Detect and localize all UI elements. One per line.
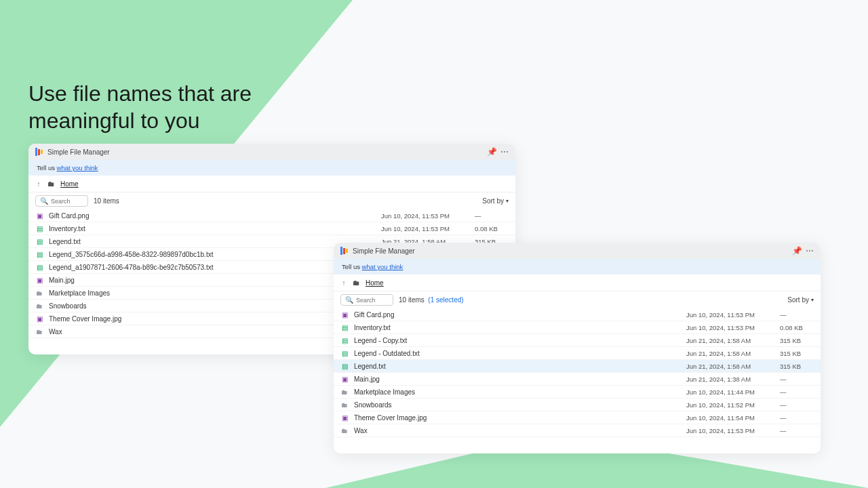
search-icon: 🔍 xyxy=(345,296,353,304)
search-icon: 🔍 xyxy=(40,197,48,205)
sort-by-button[interactable]: Sort by ▾ xyxy=(482,197,509,205)
file-name: Main.jpg xyxy=(354,375,681,383)
file-size: — xyxy=(780,375,814,383)
file-size: — xyxy=(475,212,509,220)
file-size: — xyxy=(780,414,814,422)
file-name: Legend.txt xyxy=(49,238,376,245)
text-file-icon: ▤ xyxy=(35,251,43,258)
feedback-link[interactable]: what you think xyxy=(362,263,403,270)
file-date: Jun 10, 2024, 11:53 PM xyxy=(381,225,469,232)
text-file-icon: ▤ xyxy=(340,363,349,370)
file-row[interactable]: ▤Legend.txtJun 21, 2024, 1:58 AM315 KB xyxy=(334,360,821,373)
file-row[interactable]: ▤Legend - Copy.txtJun 21, 2024, 1:58 AM3… xyxy=(334,334,821,347)
folder-icon: 🖿 xyxy=(35,289,43,297)
file-name: Legend - Outdated.txt xyxy=(354,350,681,357)
file-row[interactable]: ▣Theme Cover Image.jpgJun 10, 2024, 11:5… xyxy=(334,411,821,424)
more-icon[interactable]: ⋯ xyxy=(500,148,509,156)
file-date: Jun 10, 2024, 11:53 PM xyxy=(381,212,469,220)
file-row[interactable]: ▤Legend - Outdated.txtJun 21, 2024, 1:58… xyxy=(334,347,821,360)
file-name: Legend_a1907871-2606-478a-b89c-be92c7b50… xyxy=(49,264,376,271)
app-title: Simple File Manager xyxy=(47,148,483,156)
file-name: Marketplace Images xyxy=(354,388,681,396)
pin-icon[interactable]: 📌 xyxy=(487,148,495,156)
app-title: Simple File Manager xyxy=(353,247,788,255)
item-count: 10 items xyxy=(94,197,119,205)
file-date: Jun 21, 2024, 1:58 AM xyxy=(686,363,774,370)
file-date: Jun 10, 2024, 11:53 PM xyxy=(686,324,774,331)
folder-icon: 🖿 xyxy=(340,388,349,396)
sort-by-button[interactable]: Sort by ▾ xyxy=(787,296,814,304)
search-row: 🔍 10 items Sort by ▾ xyxy=(28,192,515,209)
page-heading: Use file names that are meaningful to yo… xyxy=(28,80,286,134)
pin-icon[interactable]: 📌 xyxy=(792,247,800,255)
text-file-icon: ▤ xyxy=(340,337,349,344)
file-row[interactable]: 🖿WaxJun 10, 2024, 11:53 PM— xyxy=(334,424,821,437)
text-file-icon: ▤ xyxy=(35,264,43,271)
titlebar: Simple File Manager 📌 ⋯ xyxy=(334,243,821,259)
chevron-down-icon: ▾ xyxy=(506,198,509,204)
file-size: 315 KB xyxy=(780,363,814,370)
file-row[interactable]: 🖿SnowboardsJun 10, 2024, 11:52 PM— xyxy=(334,399,821,411)
breadcrumb-home[interactable]: Home xyxy=(60,180,79,188)
file-row[interactable]: ▤Inventory.txtJun 10, 2024, 11:53 PM0.08… xyxy=(28,222,515,235)
file-row[interactable]: ▣Main.jpgJun 21, 2024, 1:38 AM— xyxy=(334,373,821,386)
feedback-banner: Tell us what you think xyxy=(28,160,515,176)
titlebar: Simple File Manager 📌 ⋯ xyxy=(28,144,515,160)
folder-icon: 🖿 xyxy=(35,328,43,336)
breadcrumb-home[interactable]: Home xyxy=(366,279,384,287)
up-icon[interactable]: ↑ xyxy=(35,180,42,188)
file-date: Jun 21, 2024, 1:58 AM xyxy=(686,350,774,357)
search-box[interactable]: 🔍 xyxy=(340,294,393,306)
banner-prefix: Tell us xyxy=(37,164,57,171)
file-row[interactable]: 🖿Marketplace ImagesJun 10, 2024, 11:44 P… xyxy=(334,386,821,399)
file-row[interactable]: ▣Gift Card.pngJun 10, 2024, 11:53 PM— xyxy=(334,308,821,321)
file-size: 315 KB xyxy=(780,337,814,344)
text-file-icon: ▤ xyxy=(35,238,43,245)
file-name: Theme Cover Image.jpg xyxy=(49,315,376,323)
file-name: Legend - Copy.txt xyxy=(354,337,681,344)
search-row: 🔍 10 items (1 selected) Sort by ▾ xyxy=(334,291,821,308)
file-name: Gift Card.png xyxy=(49,212,376,220)
banner-prefix: Tell us xyxy=(342,263,362,270)
file-name: Wax xyxy=(354,427,681,434)
feedback-banner: Tell us what you think xyxy=(334,259,821,274)
image-file-icon: ▣ xyxy=(340,414,349,422)
image-file-icon: ▣ xyxy=(340,311,349,319)
app-icon xyxy=(35,148,43,156)
breadcrumb-bar: ↑ 🖿 Home xyxy=(334,274,821,291)
file-date: Jun 10, 2024, 11:53 PM xyxy=(686,311,774,319)
file-date: Jun 21, 2024, 1:38 AM xyxy=(686,375,774,383)
search-box[interactable]: 🔍 xyxy=(35,195,88,207)
text-file-icon: ▤ xyxy=(340,324,349,331)
folder-icon: 🖿 xyxy=(353,279,360,287)
file-name: Theme Cover Image.jpg xyxy=(354,414,681,422)
more-icon[interactable]: ⋯ xyxy=(806,247,814,255)
feedback-link[interactable]: what you think xyxy=(57,164,98,171)
file-row[interactable]: ▤Inventory.txtJun 10, 2024, 11:53 PM0.08… xyxy=(334,321,821,334)
search-input[interactable] xyxy=(51,198,87,205)
file-size: — xyxy=(780,427,814,434)
item-count: 10 items (1 selected) xyxy=(399,296,464,304)
sort-label: Sort by xyxy=(787,296,809,304)
file-name: Legend.txt xyxy=(354,363,681,370)
file-manager-window-after: Simple File Manager 📌 ⋯ Tell us what you… xyxy=(334,243,821,453)
file-date: Jun 10, 2024, 11:53 PM xyxy=(686,427,774,434)
search-input[interactable] xyxy=(356,297,393,304)
file-name: Snowboards xyxy=(49,302,376,310)
file-date: Jun 21, 2024, 1:58 AM xyxy=(686,337,774,344)
file-size: 315 KB xyxy=(780,350,814,357)
up-icon[interactable]: ↑ xyxy=(340,279,347,287)
text-file-icon: ▤ xyxy=(35,225,43,232)
file-name: Gift Card.png xyxy=(354,311,681,319)
file-name: Main.jpg xyxy=(49,277,376,284)
file-row[interactable]: ▣Gift Card.pngJun 10, 2024, 11:53 PM— xyxy=(28,209,515,222)
folder-icon: 🖿 xyxy=(340,427,349,434)
selected-count: (1 selected) xyxy=(428,296,463,304)
file-name: Wax xyxy=(49,328,376,336)
file-size: — xyxy=(780,388,814,396)
folder-icon: 🖿 xyxy=(47,180,55,188)
folder-icon: 🖿 xyxy=(35,302,43,310)
file-size: — xyxy=(780,311,814,319)
folder-icon: 🖿 xyxy=(340,401,349,409)
file-size: — xyxy=(780,401,814,409)
